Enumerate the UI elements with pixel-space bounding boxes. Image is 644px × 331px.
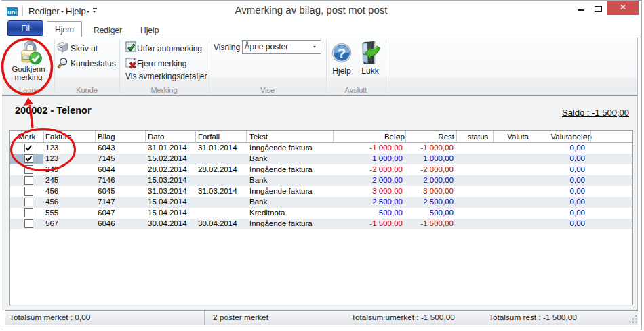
svg-text:?: ? [338, 45, 346, 61]
